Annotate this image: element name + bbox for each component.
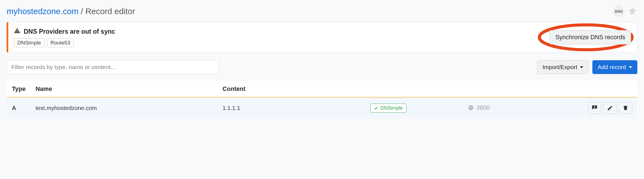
ttl-cell: 3600 xyxy=(468,104,490,111)
dns-badge: DNS xyxy=(613,6,625,17)
col-content: Content xyxy=(218,81,637,98)
chevron-down-icon xyxy=(580,66,583,68)
pencil-icon xyxy=(607,105,613,111)
breadcrumb-page: Record editor xyxy=(85,7,135,16)
chevron-down-icon xyxy=(629,66,632,68)
add-record-label: Add record xyxy=(598,64,626,70)
add-note-button[interactable] xyxy=(588,102,601,114)
sync-alert: DNS Providers are out of sync DNSimple R… xyxy=(7,22,637,52)
ttl-value: 3600 xyxy=(476,104,490,111)
breadcrumb-domain-link[interactable]: myhostedzone.com xyxy=(7,7,78,16)
provider-tag-route53: Route53 xyxy=(47,38,74,47)
trash-icon xyxy=(622,105,629,111)
cell-name: test.myhostedzone.com xyxy=(31,97,218,119)
check-icon xyxy=(374,106,378,110)
provider-badge: DNSimple xyxy=(370,104,407,113)
comment-plus-icon xyxy=(592,105,598,111)
provider-badge-label: DNSimple xyxy=(381,105,403,111)
col-name: Name xyxy=(31,81,218,98)
alert-title-text: DNS Providers are out of sync xyxy=(24,28,115,35)
import-export-label: Import/Export xyxy=(542,64,577,70)
table-row[interactable]: A test.myhostedzone.com 1.1.1.1 DNSimple… xyxy=(7,97,637,119)
breadcrumb-separator: / xyxy=(81,7,83,16)
col-type: Type xyxy=(7,81,31,98)
records-toolbar: Import/Export Add record xyxy=(7,60,637,74)
star-icon[interactable] xyxy=(627,6,637,17)
records-table: Type Name Content A test.myhostedzone.co… xyxy=(7,81,637,119)
synchronize-button[interactable]: Synchronize DNS records xyxy=(550,30,631,44)
clock-icon xyxy=(468,105,474,111)
add-record-button[interactable]: Add record xyxy=(592,60,637,74)
cell-content: 1.1.1.1 xyxy=(218,97,290,119)
filter-input[interactable] xyxy=(7,60,219,74)
import-export-button[interactable]: Import/Export xyxy=(537,60,588,74)
page-header: myhostedzone.com / Record editor DNS xyxy=(7,6,637,17)
provider-tag-dnsimple: DNSimple xyxy=(14,38,45,47)
cell-type: A xyxy=(7,97,31,119)
delete-button[interactable] xyxy=(619,102,632,114)
edit-button[interactable] xyxy=(603,102,617,114)
breadcrumb: myhostedzone.com / Record editor xyxy=(7,7,135,16)
warning-icon xyxy=(14,27,20,36)
